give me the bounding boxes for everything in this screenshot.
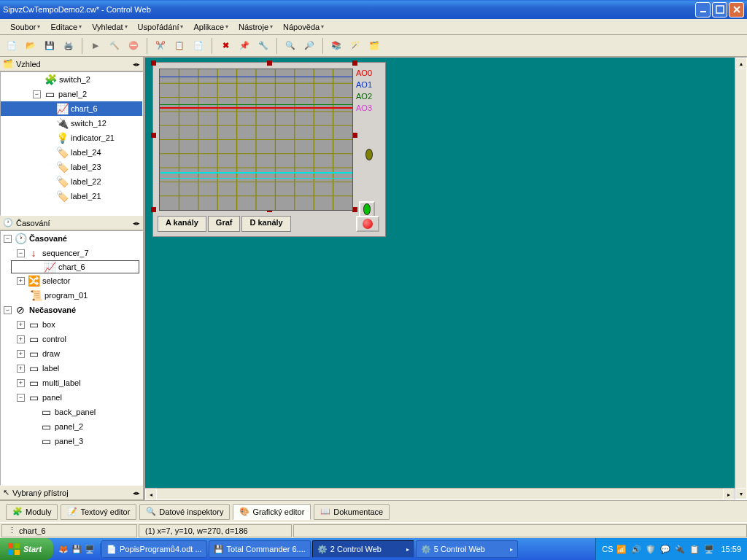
tree-item-control[interactable]: +▭control (1, 332, 142, 346)
tree-item-label24[interactable]: 🏷️label_24 (1, 145, 142, 160)
tab-a-kanaly[interactable]: A kanály (158, 216, 206, 232)
language-indicator[interactable]: CS (602, 545, 613, 553)
tree-item-panel3[interactable]: ▭panel_3 (1, 434, 142, 448)
led-button[interactable] (359, 201, 375, 217)
tree-item-switch12[interactable]: 🔌switch_12 (1, 116, 142, 131)
clock[interactable]: 15:59 (721, 545, 741, 553)
tree-item-panel[interactable]: −▭panel (1, 390, 142, 405)
start-button[interactable]: Start (0, 538, 53, 560)
chart-widget[interactable]: AO0 AO1 AO2 AO3 A kanály Graf D kanály (152, 62, 386, 237)
panel-vzhled-header[interactable]: 🗂️ Vzhled ◂▸ (0, 57, 143, 71)
tray-icon-1[interactable]: 📶 (616, 543, 627, 555)
modules-icon: 🧩 (12, 507, 23, 516)
tree-item-backpanel[interactable]: ▭back_panel (1, 405, 142, 419)
tab-graf[interactable]: Graf (208, 216, 241, 232)
ql-firefox-icon[interactable]: 🦊 (58, 543, 69, 555)
tab-textovy[interactable]: 📝Textový editor (61, 504, 136, 520)
copy-button[interactable]: 📋 (171, 37, 188, 55)
statusbar: ⋮chart_6 (1) x=7, y=10, w=270, d=186 (0, 522, 747, 538)
panel-casovani-header[interactable]: 🕐 Časování ◂▸ (0, 216, 143, 230)
print-button[interactable]: 🖨️ (60, 37, 77, 55)
tree-item-multilabel[interactable]: +▭multi_label (1, 376, 142, 390)
status-position: (1) x=7, y=10, w=270, d=186 (139, 524, 292, 537)
tab-d-kanaly[interactable]: D kanály (241, 216, 290, 232)
task-popisprogramu[interactable]: 📄PopisProgramů4.odt ... (101, 540, 207, 558)
tray-icon-6[interactable]: 📋 (689, 543, 700, 555)
menu-editace[interactable]: Editace▾ (46, 21, 86, 33)
tree-item-chart6-timed[interactable]: 📈chart_6 (11, 260, 139, 273)
new-button[interactable]: 📄 (3, 37, 20, 55)
paste-button[interactable]: 📄 (190, 37, 207, 55)
task-controlweb-5[interactable]: ⚙️5 Control Web▸ (416, 540, 518, 558)
menu-nastroje[interactable]: Nástroje▾ (234, 21, 277, 33)
svg-rect-22 (8, 550, 13, 555)
cut-button[interactable]: ✂️ (152, 37, 169, 55)
delete-button[interactable]: ✖ (217, 37, 234, 55)
task-controlweb-2[interactable]: ⚙️2 Control Web▸ (312, 540, 414, 558)
tree-item-label22[interactable]: 🏷️label_22 (1, 174, 142, 189)
maximize-button[interactable] (712, 2, 727, 18)
tree-item-casovane[interactable]: −🕐Časované (1, 231, 142, 246)
editor-tabs: 🧩Moduly 📝Textový editor 🔍Datové inspekto… (0, 500, 747, 522)
tree-item-panel2[interactable]: ▭panel_2 (1, 419, 142, 434)
tray-icon-7[interactable]: 🖥️ (703, 543, 715, 555)
zoom-out-button[interactable]: 🔎 (301, 37, 318, 55)
ql-save-icon[interactable]: 💾 (71, 543, 82, 555)
tab-dokumentace[interactable]: 📖Dokumentace (314, 504, 390, 520)
titlebar[interactable]: SipvzCwTempoDemo2.cw* - Control Web (0, 0, 747, 19)
design-canvas[interactable]: AO0 AO1 AO2 AO3 A kanály Graf D kanály (144, 57, 747, 500)
menu-aplikace[interactable]: Aplikace▾ (189, 21, 233, 33)
chart-series-ao0 (160, 107, 352, 109)
tab-graficky[interactable]: 🎨Grafický editor (233, 504, 311, 520)
tree-casovani[interactable]: −🕐Časované −↓sequencer_7 📈chart_6 +🔀sele… (0, 230, 143, 486)
tree-vzhled[interactable]: 🧩switch_2 −▭panel_2 📈chart_6 🔌switch_12 … (0, 71, 143, 216)
horizontal-scrollbar[interactable]: ◂ ▸ (145, 488, 735, 499)
tool-button[interactable]: 🔧 (255, 37, 272, 55)
tray-icon-4[interactable]: 💬 (659, 543, 671, 555)
tree-item-label23[interactable]: 🏷️label_23 (1, 160, 142, 174)
tree-item-necasovane[interactable]: −⊘Nečasované (1, 303, 142, 317)
stamp-button[interactable]: 📌 (236, 37, 253, 55)
tree-item-chart6[interactable]: 📈chart_6 (1, 101, 142, 116)
taskbar: Start 🦊 💾 🖥️ 📄PopisProgramů4.odt ... 💾To… (0, 538, 747, 560)
status-selection: ⋮chart_6 (1, 524, 137, 537)
minimize-button[interactable] (695, 2, 711, 18)
palette-button[interactable]: 📚 (328, 37, 345, 55)
run-button[interactable]: ▶ (87, 37, 104, 55)
tab-moduly[interactable]: 🧩Moduly (6, 504, 58, 520)
tray-icon-5[interactable]: 🔌 (674, 543, 686, 555)
chart-tabs: A kanály Graf D kanály (158, 216, 352, 232)
menu-napoveda[interactable]: Nápověda▾ (279, 21, 328, 33)
panel-vybrany-header[interactable]: ↖ Vybraný přístroj ◂▸ (0, 486, 143, 500)
tree-item-selector[interactable]: +🔀selector (1, 273, 142, 288)
tree-item-indicator21[interactable]: 💡indicator_21 (1, 131, 142, 145)
led-yellow (365, 149, 373, 160)
wizard-button[interactable]: 🪄 (347, 37, 364, 55)
vertical-scrollbar[interactable]: ▴ ▾ (735, 58, 746, 499)
record-button[interactable] (356, 216, 379, 232)
tree-item-switch2[interactable]: 🧩switch_2 (1, 72, 142, 87)
stop-button[interactable]: ⛔ (125, 37, 142, 55)
svg-rect-20 (8, 543, 13, 548)
ql-desktop-icon[interactable]: 🖥️ (84, 543, 96, 555)
build-button[interactable]: 🔨 (106, 37, 123, 55)
zoom-in-button[interactable]: 🔍 (282, 37, 299, 55)
tree-item-label[interactable]: +▭label (1, 361, 142, 376)
tray-icon-2[interactable]: 🔊 (630, 543, 642, 555)
tray-icon-3[interactable]: 🛡️ (645, 543, 657, 555)
tree-item-box[interactable]: +▭box (1, 317, 142, 332)
tree-item-program01[interactable]: 📜program_01 (1, 288, 142, 303)
save-button[interactable]: 💾 (41, 37, 58, 55)
tree-item-label21[interactable]: 🏷️label_21 (1, 189, 142, 203)
menu-vyhledat[interactable]: Vyhledat▾ (88, 21, 131, 33)
task-totalcommander[interactable]: 💾Total Commander 6.... (209, 540, 311, 558)
open-button[interactable]: 📂 (22, 37, 39, 55)
tree-item-panel2[interactable]: −▭panel_2 (1, 87, 142, 101)
layers-button[interactable]: 🗂️ (365, 37, 383, 55)
tree-item-sequencer7[interactable]: −↓sequencer_7 (1, 246, 142, 260)
tab-datove[interactable]: 🔍Datové inspektory (139, 504, 230, 520)
close-button[interactable] (729, 2, 744, 18)
menu-usporadani[interactable]: Uspořádání▾ (133, 21, 188, 33)
tree-item-draw[interactable]: +▭draw (1, 346, 142, 361)
menu-soubor[interactable]: Soubor▾ (6, 21, 44, 33)
